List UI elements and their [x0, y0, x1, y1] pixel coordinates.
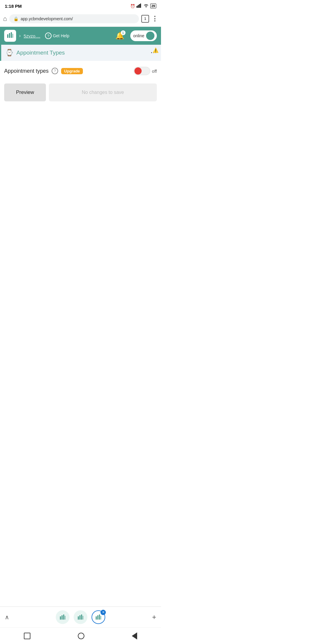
help-label: Get Help	[53, 33, 69, 38]
wifi-icon	[143, 4, 149, 9]
svg-rect-7	[11, 32, 12, 38]
watch-icon: ⌚	[5, 49, 13, 57]
browser-more-icon[interactable]: ⋮	[151, 15, 158, 23]
svg-rect-6	[9, 33, 10, 38]
status-time: 1:18 PM	[5, 4, 22, 9]
appt-types-label: Appointment types	[4, 68, 49, 74]
appt-help-icon[interactable]: ?	[52, 68, 58, 74]
save-button: No changes to save	[49, 83, 157, 101]
svg-rect-3	[140, 4, 141, 8]
warning-icon: ⚠️	[153, 47, 159, 53]
appt-toggle-switch[interactable]	[134, 67, 150, 75]
main-content: Appointment types ? Upgrade off Preview …	[0, 61, 161, 107]
nav-arrow-icon: ›	[19, 33, 21, 38]
online-toggle-label: online	[133, 33, 144, 38]
svg-rect-1	[138, 5, 139, 8]
app-header: › 5zvzo.... ? Get Help 🔔 1 online	[0, 27, 161, 45]
section-header: ⌚ Appointment Types ⋮ ⚠️	[0, 45, 161, 61]
section-title: Appointment Types	[16, 49, 65, 56]
notification-button[interactable]: 🔔 1	[115, 32, 124, 40]
online-toggle-circle	[146, 32, 154, 40]
svg-point-4	[145, 7, 146, 7]
svg-rect-5	[7, 34, 8, 38]
section-more-button[interactable]: ⋮ ⚠️	[151, 49, 157, 56]
app-logo[interactable]	[4, 30, 16, 42]
appointment-types-row: Appointment types ? Upgrade off	[4, 67, 157, 75]
battery-icon: 29	[150, 4, 156, 8]
browser-url-bar[interactable]: 🔒 app.ycbmdevelopment.com/	[9, 14, 139, 23]
browser-url-text: app.ycbmdevelopment.com/	[21, 16, 73, 21]
status-icons: ⏰ 29	[130, 4, 156, 9]
svg-rect-2	[139, 4, 140, 8]
preview-button[interactable]: Preview	[4, 83, 46, 101]
appt-toggle-wrapper[interactable]: off	[134, 67, 157, 75]
status-bar: 1:18 PM ⏰ 29	[0, 0, 161, 11]
svg-rect-8	[13, 34, 13, 38]
browser-bar: ⌂ 🔒 app.ycbmdevelopment.com/ 1 ⋮	[0, 11, 161, 27]
svg-rect-0	[137, 6, 137, 8]
upgrade-badge[interactable]: Upgrade	[61, 68, 83, 74]
lock-icon: 🔒	[13, 16, 18, 21]
notification-badge: 1	[121, 30, 126, 35]
toggle-off-label: off	[152, 69, 157, 74]
toggle-off-circle	[134, 67, 142, 75]
nav-breadcrumb[interactable]: 5zvzo....	[24, 33, 40, 38]
logo-icon	[7, 32, 13, 40]
action-buttons-row: Preview No changes to save	[4, 83, 157, 101]
signal-icon	[137, 4, 142, 9]
online-toggle[interactable]: online	[130, 30, 157, 41]
alarm-icon: ⏰	[130, 4, 135, 8]
help-circle-icon: ?	[45, 32, 52, 39]
help-button[interactable]: ? Get Help	[45, 32, 69, 39]
home-icon[interactable]: ⌂	[3, 15, 7, 23]
browser-tab-button[interactable]: 1	[141, 15, 149, 23]
